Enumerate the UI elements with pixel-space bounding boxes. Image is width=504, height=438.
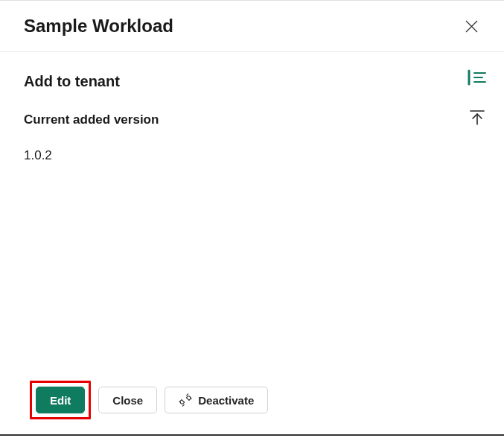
edit-highlight: Edit [30, 381, 91, 419]
version-label: Current added version [24, 112, 453, 127]
edit-button-label: Edit [50, 394, 71, 407]
content-main: Add to tenant Current added version 1.0.… [24, 73, 453, 370]
deactivate-button-label: Deactivate [198, 394, 254, 407]
panel-title: Sample Workload [24, 16, 173, 36]
bottom-divider [0, 434, 504, 436]
content-column: Add to tenant Current added version 1.0.… [0, 52, 461, 437]
panel-body: Add to tenant Current added version 1.0.… [0, 52, 504, 437]
close-button-label: Close [112, 394, 143, 407]
deactivate-button[interactable]: Deactivate [165, 387, 268, 413]
scroll-top-button[interactable] [465, 109, 489, 127]
panel-footer: Edit Close Deactivate [24, 370, 453, 437]
toc-icon [468, 69, 487, 86]
toc-button[interactable] [465, 69, 489, 86]
close-icon [465, 20, 478, 33]
close-button[interactable] [459, 14, 483, 38]
plug-disconnect-icon [179, 393, 192, 407]
version-value: 1.0.2 [24, 148, 453, 163]
close-footer-button[interactable]: Close [98, 387, 157, 413]
panel-header: Sample Workload [0, 1, 504, 52]
section-title: Add to tenant [24, 73, 453, 90]
edit-button[interactable]: Edit [36, 387, 85, 413]
arrow-top-icon [470, 110, 485, 126]
side-rail [461, 52, 504, 437]
